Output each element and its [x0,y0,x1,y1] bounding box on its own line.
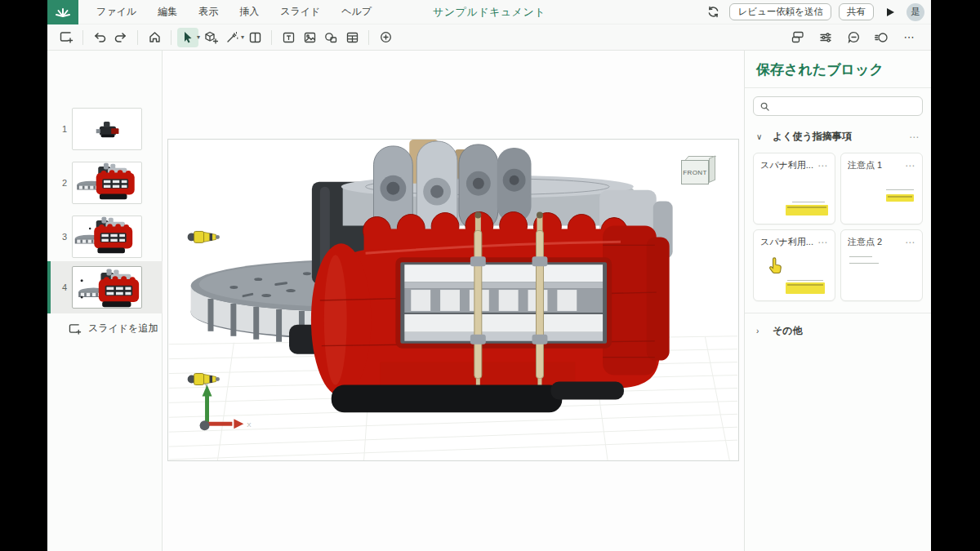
block-card-title: スパナ利用... [760,236,817,248]
block-card-2[interactable]: 注意点 1 ⋯ [840,153,923,224]
3d-model-viewport[interactable]: Y X [168,140,738,460]
preview-sketch-line [849,256,872,257]
split-view-icon[interactable] [244,28,265,47]
search-input[interactable] [774,101,915,111]
more-options-icon[interactable]: ⋯ [898,28,920,47]
menu-slide[interactable]: スライド [280,5,320,19]
insert-3d-model-icon[interactable] [200,28,221,47]
document-title[interactable]: サンプルドキュメント [433,5,546,20]
slide-thumbnail-1[interactable] [72,108,142,150]
section-more-icon[interactable]: ⋯ [909,131,920,143]
version-history-icon[interactable] [871,28,892,47]
view-cube-front-face[interactable]: FRONT [681,160,709,184]
sunburst-icon [56,7,70,18]
menu-help[interactable]: ヘルプ [341,5,372,19]
play-icon[interactable] [881,3,899,21]
send-review-button[interactable]: レビュー依頼を送信 [729,3,831,21]
comments-panel-icon[interactable] [843,28,864,47]
svg-text:X: X [247,421,252,429]
section-frequent-header[interactable]: ∨ よく使う指摘事項 ⋯ [745,119,931,151]
share-button[interactable]: 共有 [839,3,874,21]
select-tool-icon[interactable] [177,28,198,47]
slide-row-2[interactable]: 2 [47,157,163,209]
add-slide-label: スライドを追加 [88,322,158,335]
card-more-icon[interactable]: ⋯ [905,160,915,171]
caliper-window [398,260,609,345]
slide-row-1[interactable]: 1 [47,103,163,155]
block-card-3[interactable]: スパナ利用... ⋯ [753,229,835,301]
saved-blocks-panel: 保存されたブロック ∨ よく使う指摘事項 ⋯ スパナ利用... [744,51,931,551]
slide-number: 1 [47,124,72,134]
top-bar: ファイル 編集 表示 挿入 スライド ヘルプ サンプルドキュメント レビュー依頼… [47,0,931,24]
menu-edit[interactable]: 編集 [158,5,177,19]
slide-row-3[interactable]: 3 [47,211,163,263]
preview-sketch-line [792,202,825,202]
saved-blocks-icon[interactable] [787,28,808,47]
slide-row-4[interactable]: 4 [47,261,163,313]
caliper-underside [332,381,624,412]
image-icon[interactable] [299,28,320,47]
slide-number: 3 [47,232,72,242]
redo-icon[interactable] [110,28,131,47]
block-card-1[interactable]: スパナ利用... ⋯ [753,153,835,224]
magic-wand-icon[interactable] [221,28,243,47]
preview-highlight [786,205,828,216]
slide-thumbnail-3[interactable] [72,216,142,258]
add-slide-button[interactable]: スライドを追加 [69,322,158,335]
preview-highlight [786,282,825,294]
preview-highlight [886,194,914,202]
view-cube-side-face[interactable] [709,155,715,183]
block-search[interactable] [753,96,923,116]
slide-number: 4 [47,282,72,292]
topbar-actions: レビュー依頼を送信 共有 是 [704,3,924,21]
add-comment-icon[interactable] [375,28,396,47]
bleed-fitting-top [188,231,220,242]
slide-sidebar: 1 2 3 4 [47,51,163,551]
screen: ファイル 編集 表示 挿入 スライド ヘルプ サンプルドキュメント レビュー依頼… [0,0,980,551]
text-box-icon[interactable] [278,28,299,47]
slide-canvas[interactable]: Y X FRONT [167,139,739,461]
app-logo[interactable] [47,0,78,24]
canvas-area[interactable]: Y X FRONT [163,51,744,551]
block-card-title: 注意点 2 [848,236,905,248]
card-more-icon[interactable]: ⋯ [905,237,915,248]
settings-sliders-icon[interactable] [815,28,836,47]
section-frequent-label: よく使う指摘事項 [773,130,901,144]
toolbar: ▾ ▾ [47,24,931,51]
chevron-right-icon[interactable]: › [756,327,764,335]
panel-title: 保存されたブロック [745,51,931,88]
new-frame-icon[interactable] [56,28,77,47]
app-window: ファイル 編集 表示 挿入 スライド ヘルプ サンプルドキュメント レビュー依頼… [47,0,931,551]
preview-sketch-line [886,189,914,190]
preview-sketch-line [787,280,823,281]
menu-file[interactable]: ファイル [96,5,136,19]
view-cube[interactable]: FRONT [681,156,720,189]
section-other-header[interactable]: › その他 [745,313,931,345]
view-cube-label: FRONT [683,169,707,176]
search-icon [760,102,769,111]
menu-view[interactable]: 表示 [198,5,218,19]
undo-icon[interactable] [89,28,110,47]
card-more-icon[interactable]: ⋯ [817,160,828,171]
axis-triad: Y X [200,381,252,430]
table-icon[interactable] [341,28,363,47]
shapes-icon[interactable] [320,28,341,47]
chevron-down-icon[interactable]: ∨ [756,132,764,141]
sync-icon[interactable] [704,3,722,21]
preview-sketch-line [849,263,879,264]
add-slide-icon [69,323,82,335]
user-avatar[interactable]: 是 [906,3,924,21]
block-card-title: 注意点 1 [848,159,905,171]
menu-bar: ファイル 編集 表示 挿入 スライド ヘルプ [96,5,372,19]
selected-slide-indicator [47,261,51,313]
hand-cursor-icon [767,256,785,276]
card-more-icon[interactable]: ⋯ [817,237,828,248]
slide-number: 2 [47,178,72,188]
slide-thumbnail-2[interactable] [72,162,142,204]
block-cards-grid: スパナ利用... ⋯ 注意点 1 ⋯ スパナ利用.. [745,151,931,301]
home-icon[interactable] [144,28,165,47]
block-card-4[interactable]: 注意点 2 ⋯ [840,229,923,301]
slide-thumbnail-4[interactable] [72,266,142,309]
block-card-title: スパナ利用... [760,159,817,171]
menu-insert[interactable]: 挿入 [239,5,259,19]
